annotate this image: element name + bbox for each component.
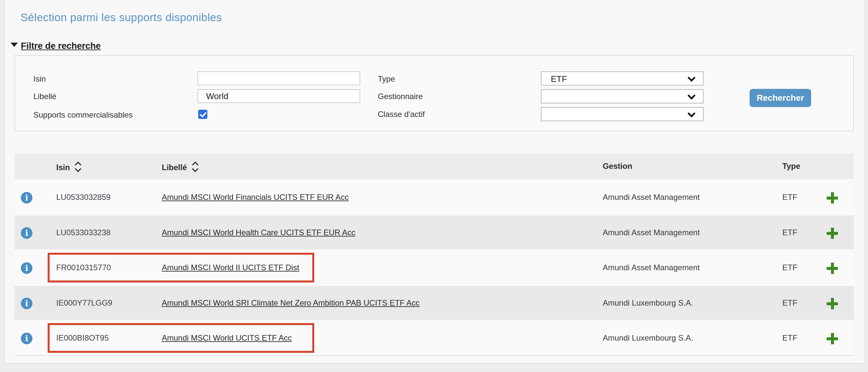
- row-type: ETF: [782, 228, 797, 237]
- column-header-type: Type: [782, 162, 800, 171]
- gestionnaire-label: Gestionnaire: [378, 92, 423, 101]
- info-icon-glyph: i: [21, 263, 32, 273]
- row-gestion: Amundi Asset Management: [603, 228, 700, 237]
- info-icon[interactable]: i: [21, 227, 32, 239]
- libelle-input[interactable]: [197, 89, 360, 103]
- supports-commercialisables-checkbox[interactable]: [198, 110, 208, 119]
- row-libelle-link[interactable]: Amundi MSCI World Health Care UCITS ETF …: [162, 228, 355, 237]
- info-icon-glyph: i: [21, 299, 32, 308]
- column-header-isin[interactable]: Isin: [56, 162, 82, 172]
- column-header-isin-label: Isin: [56, 163, 70, 172]
- info-icon-glyph: i: [21, 228, 32, 238]
- collapse-arrow-icon: [10, 43, 18, 47]
- chevron-down-icon: [687, 109, 695, 117]
- filter-section-toggle[interactable]: Filtre de recherche: [10, 41, 101, 51]
- table-body: i LU0533032859 Amundi MSCI World Financi…: [14, 179, 854, 355]
- row-type: ETF: [782, 298, 797, 308]
- search-filter-panel: Isin Libellé Supports commercialisables …: [14, 55, 854, 131]
- row-gestion: Amundi Luxembourg S.A.: [603, 298, 693, 308]
- row-isin: LU0533032859: [56, 193, 111, 202]
- table-row: i IE000Y77LGG9 Amundi MSCI World SRI Cli…: [14, 285, 854, 320]
- row-gestion: Amundi Asset Management: [603, 193, 700, 202]
- row-libelle-link[interactable]: Amundi MSCI World Financials UCITS ETF E…: [162, 193, 349, 202]
- add-icon[interactable]: [827, 298, 838, 309]
- chevron-down-icon: [687, 92, 695, 99]
- classe-actif-select[interactable]: [541, 107, 704, 121]
- row-gestion: Amundi Asset Management: [603, 263, 700, 272]
- info-icon[interactable]: i: [21, 262, 32, 274]
- page-title: Sélection parmi les supports disponibles: [21, 11, 222, 24]
- info-icon[interactable]: i: [21, 298, 32, 309]
- table-header-row: Isin Libellé Gestion Type: [14, 154, 854, 179]
- main-panel: Sélection parmi les supports disponibles…: [4, 0, 865, 364]
- type-select[interactable]: ETF: [541, 71, 704, 86]
- table-row: i LU0533033238 Amundi MSCI World Health …: [14, 214, 854, 250]
- results-table: Isin Libellé Gestion Type i LU0533032859…: [14, 154, 854, 356]
- add-icon[interactable]: [827, 263, 838, 274]
- row-libelle-link[interactable]: Amundi MSCI World SRI Climate Net Zero A…: [162, 298, 420, 308]
- highlight-box: [48, 323, 314, 353]
- gestionnaire-select[interactable]: [541, 89, 704, 103]
- isin-label: Isin: [33, 74, 45, 83]
- column-header-gestion: Gestion: [603, 162, 632, 171]
- rechercher-button[interactable]: Rechercher: [750, 89, 811, 107]
- isin-input[interactable]: [197, 71, 360, 85]
- type-select-value: ETF: [551, 74, 567, 84]
- row-type: ETF: [782, 333, 797, 343]
- info-icon-glyph: i: [21, 334, 32, 343]
- column-header-libelle-label: Libellé: [162, 163, 187, 172]
- filter-section-label: Filtre de recherche: [21, 41, 101, 51]
- libelle-label: Libellé: [33, 92, 56, 101]
- highlight-box: [48, 253, 314, 282]
- info-icon[interactable]: i: [21, 192, 32, 204]
- chevron-down-icon: [687, 74, 695, 81]
- supports-commercialisables-label: Supports commercialisables: [33, 110, 133, 120]
- column-header-libelle[interactable]: Libellé: [162, 162, 198, 172]
- info-icon[interactable]: i: [21, 333, 32, 344]
- row-type: ETF: [782, 263, 797, 272]
- classe-actif-label: Classe d'actif: [378, 110, 425, 119]
- table-row: i LU0533032859 Amundi MSCI World Financi…: [14, 179, 854, 214]
- add-icon[interactable]: [827, 228, 838, 239]
- add-icon[interactable]: [827, 333, 838, 344]
- info-icon-glyph: i: [21, 193, 32, 203]
- add-icon[interactable]: [827, 192, 838, 204]
- type-label: Type: [378, 74, 395, 83]
- table-row: i IE000BI8OT95 Amundi MSCI World UCITS E…: [14, 320, 854, 355]
- sort-icon[interactable]: [75, 162, 82, 172]
- row-type: ETF: [782, 193, 797, 202]
- row-gestion: Amundi Luxembourg S.A.: [603, 333, 693, 343]
- table-row: i FR0010315770 Amundi MSCI World II UCIT…: [14, 249, 854, 285]
- sort-icon[interactable]: [192, 162, 198, 172]
- row-isin: IE000Y77LGG9: [56, 298, 112, 308]
- row-isin: LU0533033238: [56, 228, 111, 237]
